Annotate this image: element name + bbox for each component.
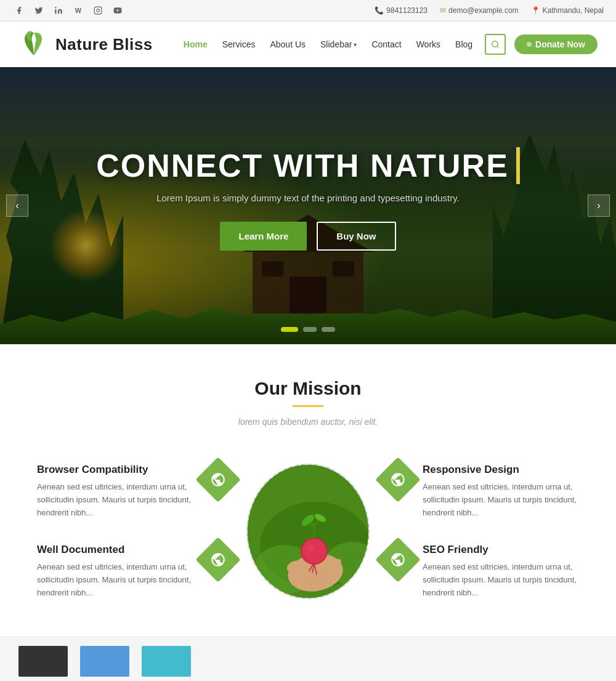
feature-seo: SEO Friendly Aenean sed est ultricies, i… [382, 544, 579, 599]
svg-line-5 [497, 46, 499, 48]
nature-image [248, 465, 368, 598]
feature-browser-desc: Aenean sed est ultricies, interdum urna … [37, 481, 193, 519]
svg-point-20 [302, 539, 326, 563]
linkedin-link[interactable] [52, 4, 65, 17]
mission-underline [293, 405, 323, 407]
email-info: ✉ demo@example.com [440, 6, 519, 15]
feature-responsive-text: Responsive Design Aenean sed est ultrici… [423, 464, 579, 519]
svg-rect-1 [94, 7, 102, 14]
svg-rect-8 [290, 276, 326, 313]
social-links: W [12, 4, 124, 17]
feature-responsive-icon [375, 457, 421, 502]
feature-responsive: Responsive Design Aenean sed est ultrici… [382, 464, 579, 519]
instagram-link[interactable] [91, 4, 105, 17]
nav-works[interactable]: Works [410, 36, 447, 53]
wordpress-link[interactable]: W [71, 4, 85, 17]
learn-more-button[interactable]: Learn More [220, 222, 307, 251]
search-button[interactable] [485, 34, 506, 55]
contact-info: 📞 9841123123 ✉ demo@example.com 📍 Kathma… [375, 6, 604, 15]
slidebar-dropdown-icon: ▾ [354, 41, 357, 48]
nav-contact[interactable]: Contact [365, 36, 407, 53]
phone-icon: 📞 [375, 6, 384, 15]
svg-point-0 [55, 7, 56, 8]
bottom-stub [0, 637, 616, 681]
feature-seo-icon [375, 538, 421, 583]
nav-slidebar[interactable]: Slidebar ▾ [314, 36, 363, 53]
donate-button[interactable]: Donate Now [514, 34, 598, 54]
feature-documented: Well Documented Aenean sed est ultricies… [37, 544, 234, 599]
logo-text: Nature Bliss [55, 35, 153, 54]
feature-seo-title: SEO Friendly [423, 544, 579, 556]
hero-section: CONNECT WITH NATURE Lorem Ipsum is simpl… [0, 67, 616, 344]
logo-icon [18, 28, 49, 61]
svg-point-21 [307, 544, 314, 552]
buy-now-button[interactable]: Buy Now [317, 222, 395, 251]
mission-section: Our Mission lorem quis bibendum auctor, … [0, 344, 616, 439]
feature-documented-title: Well Documented [37, 544, 193, 556]
hero-next-button[interactable]: › [588, 195, 610, 217]
youtube-link[interactable] [111, 4, 124, 17]
features-left: Browser Compatibility Aenean sed est ult… [37, 464, 234, 600]
feature-responsive-desc: Aenean sed est ultricies, interdum urna … [423, 481, 579, 519]
feature-responsive-title: Responsive Design [423, 464, 579, 476]
hero-buttons: Learn More Buy Now [0, 222, 616, 251]
site-header: Nature Bliss Home Services About Us Slid… [0, 22, 616, 67]
bottom-block-dark [18, 646, 68, 677]
feature-browser-text: Browser Compatibility Aenean sed est ult… [37, 464, 193, 519]
hero-prev-button[interactable]: ‹ [6, 195, 28, 217]
nav-blog[interactable]: Blog [449, 36, 479, 53]
feature-browser: Browser Compatibility Aenean sed est ult… [37, 464, 234, 519]
nav-home[interactable]: Home [177, 36, 214, 53]
svg-rect-9 [262, 261, 283, 276]
hero-dot-2[interactable] [303, 327, 317, 332]
features-section: Browser Compatibility Aenean sed est ult… [12, 439, 604, 637]
mission-subtitle: lorem quis bibendum auctor, nisi elit. [12, 417, 604, 427]
nav-about[interactable]: About Us [264, 36, 312, 53]
hero-subtitle: Lorem Ipsum is simply dummy text of the … [154, 193, 462, 203]
phone-info: 📞 9841123123 [375, 6, 428, 15]
hero-content: CONNECT WITH NATURE Lorem Ipsum is simpl… [0, 67, 616, 251]
main-nav: Home Services About Us Slidebar ▾ Contac… [177, 34, 598, 55]
twitter-link[interactable] [32, 4, 46, 17]
feature-seo-desc: Aenean sed est ultricies, interdum urna … [423, 561, 579, 599]
donate-dot [527, 42, 532, 47]
location-info: 📍 Kathmandu, Nepal [531, 6, 604, 15]
email-icon: ✉ [440, 6, 446, 15]
nav-services[interactable]: Services [216, 36, 262, 53]
hero-title-bar [516, 147, 520, 184]
hero-dots [281, 327, 335, 332]
mission-title: Our Mission [12, 378, 604, 399]
logo[interactable]: Nature Bliss [18, 28, 153, 61]
center-circle-image [246, 464, 370, 599]
location-icon: 📍 [531, 6, 540, 15]
feature-browser-title: Browser Compatibility [37, 464, 193, 476]
bottom-block-cyan [142, 646, 191, 677]
feature-documented-desc: Aenean sed est ultricies, interdum urna … [37, 561, 193, 599]
hero-dot-1[interactable] [281, 327, 298, 332]
bottom-block-blue [80, 646, 129, 677]
hero-title: CONNECT WITH NATURE [0, 147, 616, 184]
facebook-link[interactable] [12, 4, 26, 17]
svg-point-4 [492, 41, 498, 47]
feature-seo-text: SEO Friendly Aenean sed est ultricies, i… [423, 544, 579, 599]
features-right: Responsive Design Aenean sed est ultrici… [382, 464, 579, 600]
svg-rect-10 [333, 261, 354, 276]
hero-dot-3[interactable] [322, 327, 335, 332]
features-center [234, 464, 382, 599]
top-bar: W 📞 9841123123 ✉ demo@example.com 📍 Kath… [0, 0, 616, 22]
feature-documented-text: Well Documented Aenean sed est ultricies… [37, 544, 193, 599]
